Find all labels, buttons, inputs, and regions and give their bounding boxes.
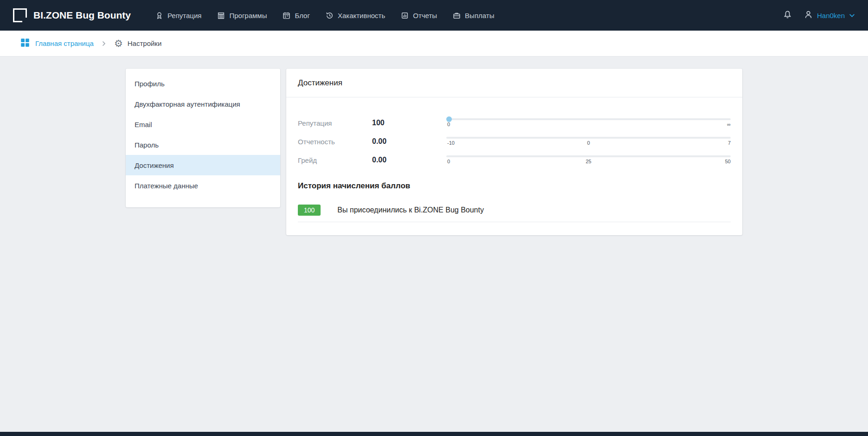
- slider-ticks: 0 ∞: [446, 122, 731, 128]
- metric-label: Отчетность: [298, 138, 372, 146]
- chevron-right-icon: [102, 41, 106, 46]
- nav-label: Отчеты: [413, 12, 437, 19]
- tick-max: 7: [728, 140, 731, 146]
- menu-item-label: Достижения: [135, 161, 174, 169]
- topnav-right: Han0ken: [783, 10, 855, 21]
- bizone-logo-icon: [13, 8, 27, 22]
- menu-item-achievements[interactable]: Достижения: [126, 155, 280, 175]
- nav-item-hackactivity[interactable]: Хакактивность: [318, 0, 393, 31]
- nav-item-reputation[interactable]: Репутация: [148, 0, 209, 31]
- metric-row-grade: Грейд 0.00 0 25 50: [298, 151, 731, 169]
- dashboard-grid-icon: [20, 38, 30, 49]
- user-icon: [804, 10, 813, 21]
- metric-scale: 0 25 50: [446, 154, 731, 166]
- gear-icon: ⚙: [114, 38, 123, 48]
- history-entry: 100 Вы присоединились к Bi.ZONE Bug Boun…: [298, 205, 731, 222]
- slider-ticks: 0 25 50: [446, 159, 731, 166]
- user-menu[interactable]: Han0ken: [804, 10, 855, 21]
- nav-item-programs[interactable]: Программы: [209, 0, 275, 31]
- menu-item-payment-details[interactable]: Платежные данные: [126, 175, 280, 196]
- history-entry-text: Вы присоединились к Bi.ZONE Bug Bounty: [337, 206, 484, 214]
- tick-max: 50: [725, 159, 731, 164]
- metric-value: 0.00: [372, 137, 446, 146]
- breadcrumb-home-label: Главная страница: [35, 39, 94, 47]
- metric-value: 0.00: [372, 156, 446, 164]
- bottom-edge: [0, 432, 868, 436]
- metric-row-reputation: Репутация 100 0 ∞: [298, 114, 731, 132]
- menu-item-password[interactable]: Пароль: [126, 135, 280, 155]
- metric-value: 100: [372, 119, 446, 127]
- tick-mid: 25: [585, 159, 591, 164]
- main-nav: Репутация Программы Блог: [148, 0, 502, 31]
- tick-min: -10: [447, 140, 455, 146]
- points-badge: 100: [298, 205, 321, 216]
- menu-item-profile[interactable]: Профиль: [126, 73, 280, 94]
- metric-scale: 0 ∞: [446, 117, 731, 128]
- points-history-title: История начисления баллов: [298, 181, 731, 191]
- tick-min: 0: [447, 122, 450, 127]
- breadcrumb-current-label: Настройки: [128, 39, 162, 47]
- slider-track: [446, 137, 731, 139]
- metrics-list: Репутация 100 0 ∞ Отчетность 0.00: [286, 97, 742, 169]
- slider-track: [446, 155, 731, 157]
- metric-scale: -10 0 7: [446, 136, 731, 147]
- tick-mid: 0: [587, 140, 590, 146]
- calendar-icon: [283, 12, 290, 19]
- nav-label: Репутация: [167, 12, 201, 19]
- metric-label: Грейд: [298, 156, 372, 164]
- settings-page: Профиль Двухфакторная аутентификация Ema…: [0, 69, 868, 235]
- nav-label: Хакактивность: [338, 12, 385, 19]
- nav-item-blog[interactable]: Блог: [275, 0, 317, 31]
- menu-item-label: Профиль: [135, 80, 165, 88]
- tick-min: 0: [447, 159, 450, 164]
- brand-logo[interactable]: BI.ZONE Bug Bounty: [13, 8, 131, 22]
- nav-item-reports[interactable]: Отчеты: [393, 0, 445, 31]
- username: Han0ken: [817, 12, 845, 19]
- chevron-down-icon: [849, 11, 855, 19]
- settings-menu: Профиль Двухфакторная аутентификация Ema…: [126, 69, 280, 207]
- breadcrumb-current: ⚙ Настройки: [114, 38, 161, 48]
- brand-title: BI.ZONE Bug Bounty: [33, 10, 131, 21]
- breadcrumb-home-link[interactable]: Главная страница: [20, 38, 94, 49]
- points-history: История начисления баллов 100 Вы присоед…: [286, 169, 742, 235]
- bell-icon: [783, 10, 792, 21]
- panel-title: Достижения: [286, 69, 742, 97]
- report-icon: [401, 12, 409, 19]
- notifications-button[interactable]: [783, 10, 792, 21]
- nav-label: Блог: [295, 12, 309, 19]
- building-icon: [217, 12, 225, 19]
- menu-item-email[interactable]: Email: [126, 114, 280, 135]
- nav-label: Программы: [229, 12, 267, 19]
- menu-item-label: Платежные данные: [135, 182, 198, 190]
- tick-max: ∞: [727, 122, 731, 127]
- menu-item-2fa[interactable]: Двухфакторная аутентификация: [126, 94, 280, 114]
- briefcase-icon: [453, 12, 461, 19]
- top-navigation: BI.ZONE Bug Bounty Репутация Программы: [0, 0, 868, 31]
- slider-ticks: -10 0 7: [446, 140, 731, 147]
- award-icon: [155, 12, 163, 19]
- nav-label: Выплаты: [465, 12, 494, 19]
- metric-row-reporting: Отчетность 0.00 -10 0 7: [298, 132, 731, 151]
- menu-item-label: Email: [135, 121, 152, 128]
- slider-track: [446, 118, 731, 120]
- menu-item-label: Пароль: [135, 141, 159, 149]
- nav-item-payouts[interactable]: Выплаты: [445, 0, 502, 31]
- achievements-panel: Достижения Репутация 100 0 ∞ Отчетн: [286, 69, 742, 235]
- history-icon: [326, 12, 334, 19]
- menu-item-label: Двухфакторная аутентификация: [135, 100, 240, 108]
- metric-label: Репутация: [298, 119, 372, 127]
- breadcrumb: Главная страница ⚙ Настройки: [0, 31, 868, 57]
